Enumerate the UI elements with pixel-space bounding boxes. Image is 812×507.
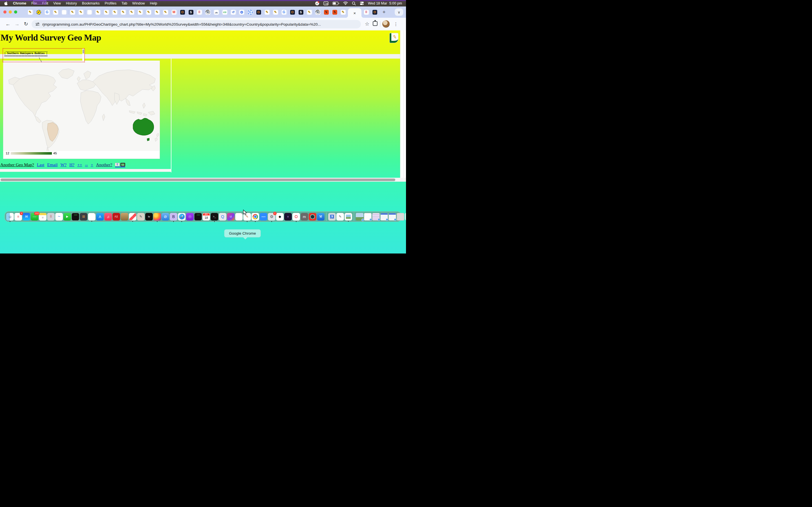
pencil-tab[interactable]: ✎: [110, 6, 119, 18]
dock-reminders[interactable]: ≡3: [14, 213, 22, 221]
textarea-scrollbar[interactable]: [82, 49, 84, 62]
color-dots-tab[interactable]: ⠿: [362, 6, 370, 18]
dock-minimized-window-3[interactable]: [389, 213, 396, 221]
dock-minimized-document[interactable]: [364, 213, 371, 221]
horizontal-scrollbar-thumb[interactable]: [1, 179, 395, 181]
link-[interactable]: ++: [77, 162, 82, 167]
dock-finder[interactable]: ☺: [6, 213, 14, 221]
dock-news[interactable]: [129, 213, 137, 221]
dock-camtasia[interactable]: [309, 213, 316, 221]
dock-app-store[interactable]: A: [96, 213, 104, 221]
cloud-tab[interactable]: ☁: [212, 6, 220, 18]
google-tab[interactable]: G: [43, 6, 51, 18]
google-ring-tab[interactable]: G: [246, 6, 254, 18]
menu-history[interactable]: History: [63, 0, 80, 6]
country-tasmania[interactable]: [147, 138, 149, 141]
page-vertical-scrollbar[interactable]: [400, 31, 406, 182]
dock-minimized-window-1[interactable]: [372, 213, 380, 221]
dock-google-chrome[interactable]: [252, 213, 259, 221]
pencil-tab[interactable]: ✎: [94, 6, 102, 18]
icon-links[interactable]: [115, 163, 125, 167]
pencil-tab[interactable]: ✎: [77, 6, 85, 18]
reload-button[interactable]: ↻: [22, 20, 30, 28]
tab-search-button[interactable]: ∨: [395, 8, 403, 16]
pencil-tab[interactable]: ✎: [161, 6, 170, 18]
battery-icon[interactable]: [333, 2, 339, 5]
dock-launchpad[interactable]: ⠿: [47, 213, 55, 221]
active-tab[interactable]: ×: [348, 8, 361, 18]
menu-bar-clock[interactable]: Wed 18 Mar 5:00 pm: [368, 1, 402, 5]
zoom-window-button[interactable]: [14, 10, 17, 13]
link-another[interactable]: Another?: [96, 162, 112, 167]
address-bar[interactable]: rjmprogramming.com.au/PHP/GeoChart/geo_c…: [32, 20, 361, 29]
pencil-tab[interactable]: ✎: [102, 6, 110, 18]
extensions-puzzle-icon[interactable]: [373, 21, 377, 26]
orange-ring-tab[interactable]: O: [178, 6, 187, 18]
dock-libreoffice-doc[interactable]: [235, 213, 243, 221]
dock-gimp[interactable]: ✎: [137, 213, 145, 221]
control-center-icon[interactable]: [360, 1, 364, 5]
dock-selfcontrol[interactable]: ⊘: [161, 213, 169, 221]
link-w[interactable]: W?: [60, 162, 66, 167]
cd-tab[interactable]: CD: [220, 6, 229, 18]
pencil-tab[interactable]: ✎: [119, 6, 128, 18]
dock-intellij-idea[interactable]: IJ: [227, 213, 235, 221]
dock-bbedit[interactable]: B: [170, 213, 177, 221]
dock-safari[interactable]: [178, 213, 186, 221]
dock-stickies-notes[interactable]: ✎: [336, 213, 344, 221]
country-australia[interactable]: [133, 118, 154, 135]
pencil-tab[interactable]: ✎: [153, 6, 161, 18]
horizontal-scrollbar[interactable]: [0, 178, 406, 182]
swift-tab[interactable]: ϟ: [331, 6, 339, 18]
google-tab[interactable]: G: [280, 6, 288, 18]
dock-accessibility-app[interactable]: ♿: [328, 213, 336, 221]
bookmark-star-icon[interactable]: ☆: [363, 20, 371, 28]
minimize-window-button[interactable]: [9, 10, 12, 13]
dock-exec-app[interactable]: EXEC: [71, 213, 79, 221]
menu-help[interactable]: Help: [147, 0, 160, 6]
dock-zoom[interactable]: zoom: [260, 213, 267, 221]
forward-button[interactable]: →: [13, 20, 21, 28]
dock-calendar[interactable]: MAR18: [202, 213, 210, 221]
dock-filezilla[interactable]: FZ: [112, 213, 120, 221]
link-another-geo-map[interactable]: Another Geo Map?: [0, 162, 34, 167]
close-window-button[interactable]: [3, 10, 6, 13]
back-button[interactable]: ←: [4, 20, 12, 28]
dock-podcasts[interactable]: ☉: [186, 213, 194, 221]
pencil-tab[interactable]: ✎: [136, 6, 144, 18]
menu-chrome[interactable]: Chrome: [10, 0, 29, 6]
email-envelope-icon[interactable]: [115, 163, 119, 166]
menu-bookmarks[interactable]: Bookmarks: [80, 0, 102, 6]
pencil-tab[interactable]: ✎: [128, 6, 136, 18]
wifi-icon[interactable]: [343, 1, 348, 5]
history-tab[interactable]: ↺: [229, 6, 238, 18]
new-tab-button[interactable]: +: [380, 8, 388, 16]
apple-menu[interactable]: [0, 1, 10, 5]
dock-calculator[interactable]: ⊞: [80, 213, 87, 221]
url-text[interactable]: rjmprogramming.com.au/PHP/GeoChart/geo_c…: [42, 22, 321, 26]
dock-archive-app[interactable]: [121, 213, 128, 221]
orange-ring-tab[interactable]: O: [254, 6, 263, 18]
link-last[interactable]: Last: [37, 162, 45, 167]
dock-firefox[interactable]: [153, 213, 161, 221]
dock-exec-app-2[interactable]: EXEC: [194, 213, 202, 221]
computer-monitor-icon[interactable]: [120, 163, 125, 166]
dock-messages[interactable]: ⋯213: [31, 213, 38, 221]
dock-system-settings[interactable]: ⚙1: [268, 213, 275, 221]
pencil-tab[interactable]: ✎: [68, 6, 77, 18]
link-[interactable]: +: [91, 162, 93, 167]
spotlight-search-icon[interactable]: [352, 1, 356, 5]
link-email[interactable]: Email: [47, 162, 57, 167]
dock-terminal[interactable]: >_: [211, 213, 218, 221]
dock-trash[interactable]: [405, 213, 406, 221]
profile-avatar[interactable]: [382, 20, 390, 27]
dock-mail[interactable]: ✉: [22, 213, 30, 221]
menu-tab[interactable]: Tab: [119, 0, 130, 6]
dock-music[interactable]: ♫: [104, 213, 112, 221]
pencil-tab[interactable]: ✎: [305, 6, 313, 18]
dock-textedit[interactable]: [88, 213, 96, 221]
navy-o-tab[interactable]: O: [370, 6, 379, 18]
dock-mastodon-app[interactable]: m: [301, 213, 308, 221]
dock-apple-tv[interactable]: tv: [145, 213, 153, 221]
menu-view[interactable]: View: [51, 0, 63, 6]
